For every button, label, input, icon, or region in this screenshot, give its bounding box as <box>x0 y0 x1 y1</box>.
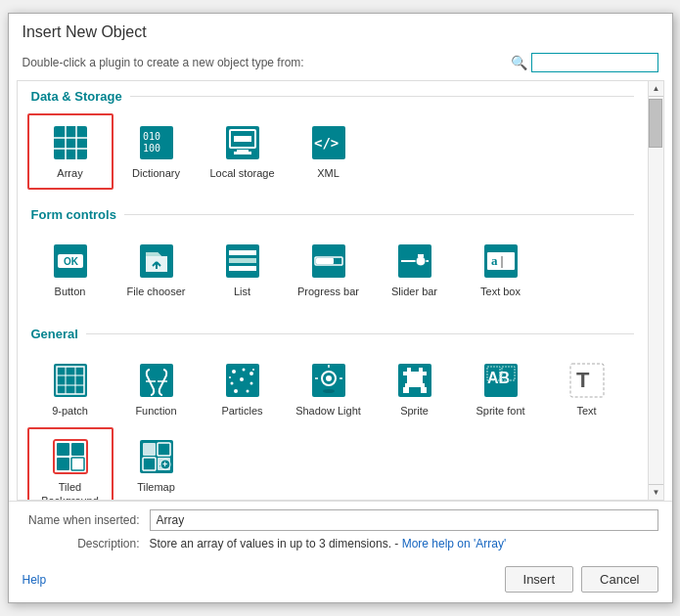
svg-text:+: + <box>162 460 167 469</box>
dialog-title: Insert New Object <box>23 23 147 41</box>
item-tilemap[interactable]: + + + Tilemap <box>113 427 200 501</box>
svg-rect-84 <box>71 458 84 470</box>
shadow-light-icon <box>309 361 348 400</box>
insert-button[interactable]: Insert <box>505 566 574 593</box>
dictionary-icon: 010 100 <box>137 123 176 162</box>
bottom-bar: Name when inserted: Description: Store a… <box>9 501 672 558</box>
item-local-storage[interactable]: Local storage <box>200 113 286 190</box>
search-icon[interactable]: 🔍 <box>511 55 527 70</box>
item-button[interactable]: OK Button <box>27 232 113 308</box>
svg-text:010: 010 <box>143 131 160 142</box>
name-field-input[interactable] <box>150 509 658 531</box>
item-text-label: Text <box>576 404 596 418</box>
svg-point-55 <box>252 369 254 371</box>
item-list[interactable]: List <box>200 232 286 308</box>
svg-point-59 <box>326 375 332 381</box>
tilemap-icon: + + + <box>137 437 176 476</box>
svg-rect-10 <box>234 136 251 142</box>
more-help-link[interactable]: More help on 'Array' <box>402 537 507 550</box>
cancel-button[interactable]: Cancel <box>581 566 657 593</box>
form-controls-grid: OK Button <box>18 226 648 318</box>
svg-rect-81 <box>57 443 69 456</box>
item-text[interactable]: T Text <box>544 351 630 427</box>
svg-rect-86 <box>143 443 156 456</box>
svg-point-51 <box>240 377 244 381</box>
item-array[interactable]: Array <box>27 113 113 190</box>
function-icon <box>137 361 176 400</box>
item-shadow-light[interactable]: Shadow Light <box>286 351 372 427</box>
svg-text:100: 100 <box>143 143 160 154</box>
svg-rect-37 <box>54 364 87 397</box>
svg-point-54 <box>246 389 249 392</box>
item-particles[interactable]: Particles <box>200 351 286 427</box>
svg-point-31 <box>416 256 426 266</box>
svg-rect-66 <box>403 372 407 375</box>
item-file-chooser[interactable]: File chooser <box>113 232 200 308</box>
item-tilemap-label: Tilemap <box>137 480 175 494</box>
help-link[interactable]: Help <box>23 573 47 587</box>
svg-rect-0 <box>54 126 87 159</box>
array-icon <box>51 123 90 162</box>
scrollbar[interactable]: ▲ ▼ <box>648 81 663 500</box>
svg-rect-32 <box>418 254 424 257</box>
svg-rect-12 <box>234 152 251 154</box>
name-field-row: Name when inserted: <box>23 509 658 531</box>
item-function-label: Function <box>135 404 176 418</box>
item-sprite-label: Sprite <box>400 404 429 418</box>
svg-rect-67 <box>423 372 427 375</box>
search-box: 🔍 <box>511 53 658 72</box>
item-9patch[interactable]: 9-patch <box>27 351 113 427</box>
item-tiled-background-label: Tiled Background <box>35 480 106 501</box>
file-chooser-icon <box>137 242 176 281</box>
dialog-footer: Help Insert Cancel <box>9 558 672 602</box>
local-storage-icon <box>223 123 262 162</box>
svg-text:</>: </> <box>314 135 339 151</box>
svg-point-50 <box>230 381 233 384</box>
item-sprite-font[interactable]: AB Sprite font <box>458 351 544 427</box>
search-input[interactable] <box>531 53 658 72</box>
scroll-thumb[interactable] <box>649 99 662 148</box>
text-icon: T <box>567 361 607 400</box>
sprite-font-icon: AB <box>481 361 521 400</box>
item-slider-bar[interactable]: Slider bar <box>372 232 458 308</box>
item-local-storage-label: Local storage <box>209 166 274 180</box>
section-general: General <box>18 319 648 345</box>
description-label: Description: <box>23 537 150 550</box>
svg-rect-82 <box>71 443 84 456</box>
svg-rect-24 <box>229 258 256 263</box>
item-xml[interactable]: </> XML <box>286 113 372 190</box>
svg-rect-83 <box>57 458 69 470</box>
button-group: Insert Cancel <box>505 566 658 593</box>
tiled-background-icon <box>51 437 90 476</box>
general-grid: 9-patch Function <box>18 345 648 501</box>
scroll-up-button[interactable]: ▲ <box>649 81 664 97</box>
item-file-chooser-label: File chooser <box>127 285 186 298</box>
item-sprite[interactable]: Sprite <box>372 351 458 427</box>
item-list-label: List <box>234 285 250 298</box>
subtitle-text: Double-click a plugin to create a new ob… <box>23 56 304 69</box>
svg-text:T: T <box>576 368 590 392</box>
svg-point-49 <box>249 372 253 375</box>
svg-point-52 <box>249 381 252 384</box>
item-sprite-font-label: Sprite font <box>476 404 524 418</box>
item-slider-bar-label: Slider bar <box>391 285 437 298</box>
scroll-down-button[interactable]: ▼ <box>649 484 664 500</box>
svg-rect-25 <box>229 266 256 271</box>
item-function[interactable]: Function <box>113 351 200 427</box>
item-tiled-background[interactable]: Tiled Background <box>27 427 113 501</box>
item-9patch-label: 9-patch <box>52 404 88 418</box>
item-shadow-light-label: Shadow Light <box>295 404 361 418</box>
item-text-box[interactable]: a Text box <box>458 232 544 308</box>
text-box-icon: a <box>481 242 521 281</box>
content-area: Data & Storage Array <box>17 80 664 501</box>
svg-rect-28 <box>316 258 334 264</box>
svg-rect-72 <box>403 387 409 393</box>
item-progress-bar[interactable]: Progress bar <box>286 232 372 308</box>
button-icon: OK <box>51 242 90 281</box>
item-progress-bar-label: Progress bar <box>297 285 359 298</box>
section-form-controls: Form controls <box>18 199 648 226</box>
slider-bar-icon <box>395 242 434 281</box>
item-particles-label: Particles <box>221 404 262 418</box>
item-dictionary[interactable]: 010 100 Dictionary <box>113 113 200 190</box>
description-row: Description: Store an array of values in… <box>23 537 658 550</box>
